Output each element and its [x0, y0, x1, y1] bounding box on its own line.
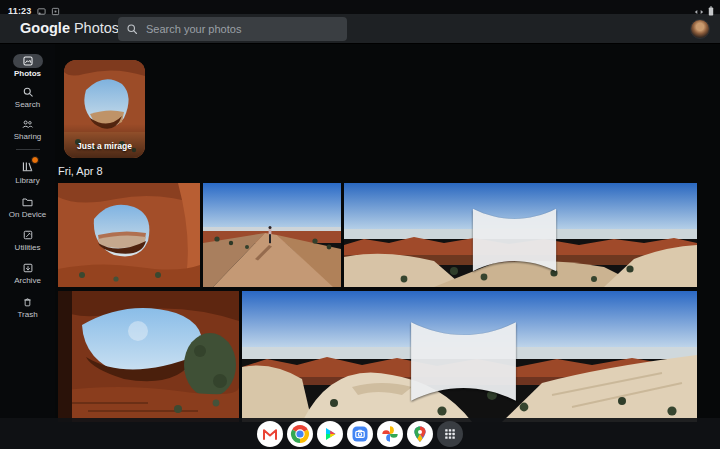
selected-pill	[13, 54, 43, 68]
sidebar-item-library[interactable]: Library	[0, 161, 55, 185]
trash-icon	[0, 295, 55, 309]
screenshot-icon	[51, 2, 60, 20]
dock-play-store[interactable]	[317, 421, 343, 447]
dock-maps[interactable]	[407, 421, 433, 447]
archive-icon	[0, 261, 55, 275]
sidebar-label: Photos	[0, 70, 55, 78]
photo-arch-moon[interactable]	[58, 291, 239, 422]
clock: 11:23	[8, 6, 32, 16]
library-badge	[31, 156, 39, 164]
app-header: GooglePhotos	[0, 14, 720, 44]
logo-photos: Photos	[74, 20, 119, 36]
sidebar-label: Library	[0, 177, 55, 185]
search-input[interactable]	[146, 23, 339, 35]
photo-library: Just a mirage Fri, Apr 8	[55, 44, 720, 449]
photos-pinwheel-icon	[380, 424, 400, 444]
chrome-icon	[290, 424, 310, 444]
photo-hiker-ridge[interactable]	[203, 183, 341, 287]
sidebar-item-archive[interactable]: Archive	[0, 261, 55, 285]
dock-camera[interactable]	[347, 421, 373, 447]
date-header: Fri, Apr 8	[58, 165, 103, 177]
maps-icon	[410, 424, 430, 444]
sidebar-divider	[16, 149, 40, 150]
account-avatar[interactable]	[690, 19, 710, 39]
photo-panorama-domes[interactable]	[242, 291, 697, 422]
search-bar[interactable]	[118, 17, 347, 41]
search-icon	[126, 23, 138, 35]
cast-icon	[37, 2, 46, 20]
sidebar-item-trash[interactable]: Trash	[0, 295, 55, 319]
sidebar-label: Trash	[0, 311, 55, 319]
google-photos-logo[interactable]: GooglePhotos	[20, 20, 119, 36]
app-launcher-icon	[440, 424, 460, 444]
sidebar-item-on-device[interactable]: On Device	[0, 195, 55, 219]
dock-app-launcher[interactable]	[437, 421, 463, 447]
dock-chrome[interactable]	[287, 421, 313, 447]
memory-title: Just a mirage	[64, 141, 145, 151]
utilities-icon	[0, 228, 55, 242]
status-bar: 11:23	[0, 0, 720, 14]
battery-icon	[708, 2, 714, 20]
sidebar-item-search[interactable]: Search	[0, 85, 55, 109]
sidebar-label: Sharing	[0, 133, 55, 141]
logo-google: Google	[20, 20, 70, 36]
dock-photos[interactable]	[377, 421, 403, 447]
sidebar-label: Archive	[0, 277, 55, 285]
sidebar-label: Search	[0, 101, 55, 109]
sidebar-label: On Device	[0, 211, 55, 219]
google-photos-app: 11:23 GooglePhotos	[0, 0, 720, 449]
sidebar-item-utilities[interactable]: Utilities	[0, 228, 55, 252]
sidebar-label: Utilities	[0, 244, 55, 252]
sidebar-item-sharing[interactable]: Sharing	[0, 117, 55, 141]
network-arrows-icon	[694, 2, 704, 20]
sidebar-nav: Photos Search Sharing Library	[0, 44, 55, 449]
photos-icon	[22, 55, 34, 67]
search-nav-icon	[0, 85, 55, 99]
gmail-icon	[260, 424, 280, 444]
folder-icon	[0, 195, 55, 209]
sidebar-item-photos[interactable]: Photos	[0, 54, 55, 78]
play-store-icon	[320, 424, 340, 444]
dock-gmail[interactable]	[257, 421, 283, 447]
sharing-icon	[0, 117, 55, 131]
memory-card[interactable]: Just a mirage	[64, 60, 145, 158]
photo-arch-window[interactable]	[58, 183, 200, 287]
panorama-badge-icon	[344, 188, 691, 287]
app-shelf	[0, 418, 720, 449]
camera-icon	[350, 424, 370, 444]
panorama-badge-icon	[242, 296, 691, 422]
photo-panorama-fins[interactable]	[344, 183, 697, 287]
